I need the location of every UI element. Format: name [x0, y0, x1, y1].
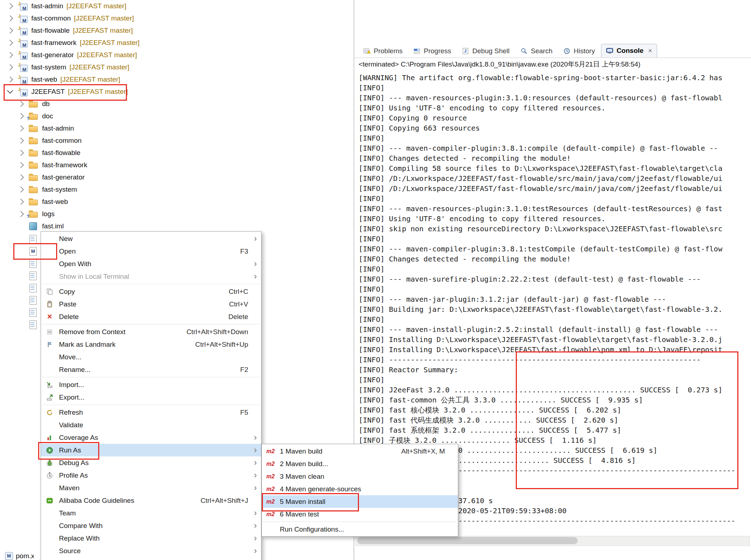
expand-chevron-icon[interactable] — [18, 199, 24, 205]
folder-icon — [29, 137, 38, 145]
tree-item-fast-iml-file[interactable]: fast.iml — [0, 220, 354, 232]
console-line: [INFO] Installing D:\Lxworkspace\J2EEFAS… — [359, 334, 751, 345]
menu-item-validate[interactable]: Validate — [41, 419, 261, 431]
expand-chevron-icon[interactable] — [18, 211, 24, 217]
tree-item-j2eefast-project[interactable]: JM J2EEFAST [J2EEFAST master] — [0, 86, 354, 98]
tree-item-logs-folder[interactable]: ? logs — [0, 208, 354, 220]
maven-project-icon: JM — [18, 2, 28, 11]
menu-item-alibaba-code-guidelines[interactable]: Alibaba Code GuidelinesCtrl+Alt+Shift+J — [41, 494, 261, 507]
maven-project-icon: JM — [18, 63, 28, 72]
expand-chevron-icon[interactable] — [18, 138, 24, 144]
tree-item-fast-framework-project[interactable]: JM fast-framework [J2EEFAST master] — [0, 37, 354, 49]
expand-chevron-icon[interactable] — [18, 113, 24, 119]
menu-item-import[interactable]: Import... — [41, 378, 261, 391]
expand-chevron-icon[interactable] — [7, 15, 13, 22]
tree-item-fast-flowable-project[interactable]: JM fast-flowable [J2EEFAST master] — [0, 24, 354, 37]
hidden-file-icon — [29, 296, 37, 305]
menu-item-profile-as[interactable]: Profile As — [41, 469, 261, 482]
tab-debug-shell[interactable]: J Debug Shell — [457, 45, 514, 58]
project-name: fast-framework — [31, 39, 77, 47]
menu-item-move[interactable]: Move... — [41, 351, 261, 363]
menu-item-debug-as[interactable]: Debug As — [41, 456, 261, 469]
menu-item-open-with[interactable]: Open With — [41, 258, 261, 270]
expand-chevron-icon[interactable] — [18, 174, 24, 181]
menu-item-remove-from-context[interactable]: Remove from ContextCtrl+Alt+Shift+Down — [41, 325, 261, 338]
tree-item-fast-generator-project[interactable]: JM fast-generator [J2EEFAST master] — [0, 49, 354, 61]
menu-item-paste[interactable]: PasteCtrl+V — [41, 298, 261, 310]
tree-item-fast-common-project[interactable]: JM fast-common [J2EEFAST master] — [0, 12, 354, 24]
menu-item-properties[interactable]: PropertiesAlt+Enter — [41, 557, 261, 560]
menu-item-replace-with[interactable]: Replace With — [41, 532, 261, 545]
collapse-chevron-icon[interactable] — [7, 88, 13, 94]
tree-item-fast-common-folder[interactable]: fast-common — [0, 135, 354, 147]
horizontal-scrollbar[interactable] — [355, 536, 750, 546]
console-line: [INFO] — [359, 284, 751, 294]
menu-item-copy[interactable]: CopyCtrl+C — [41, 285, 261, 298]
menu-item-show-in-local-terminal[interactable]: Show in Local Terminal — [41, 270, 261, 283]
tree-item-fast-admin-project[interactable]: JM fast-admin [J2EEFAST master] — [0, 0, 354, 12]
expand-chevron-icon[interactable] — [7, 52, 13, 58]
tab-history[interactable]: History — [559, 45, 600, 58]
pom-file-icon[interactable]: M — [29, 247, 37, 256]
tab-progress[interactable]: Progress — [409, 45, 456, 58]
folder-name: fast-admin — [42, 124, 74, 132]
expand-chevron-icon[interactable] — [7, 3, 13, 9]
expand-chevron-icon[interactable] — [18, 150, 24, 156]
menu-item-rename[interactable]: Rename...F2 — [41, 363, 261, 376]
folder-icon — [29, 174, 38, 181]
submenu-item-maven-test[interactable]: m26 Maven test — [262, 508, 458, 520]
folder-icon — [29, 161, 38, 169]
tree-item-fast-flowable-folder[interactable]: fast-flowable — [0, 147, 354, 159]
menu-item-mark-as-landmark[interactable]: Mark as LandmarkCtrl+Alt+Shift+Up — [41, 338, 261, 351]
tree-item-fast-system-folder[interactable]: fast-system — [0, 183, 354, 196]
refresh-icon — [46, 409, 53, 416]
tree-item-db-folder[interactable]: db — [0, 98, 354, 110]
tab-console[interactable]: Console × — [601, 44, 657, 58]
submenu-item-maven-clean[interactable]: m23 Maven clean — [262, 470, 458, 483]
tree-item-fast-system-project[interactable]: JM fast-system [J2EEFAST master] — [0, 61, 354, 73]
menu-item-open[interactable]: OpenF3 — [41, 245, 261, 258]
expand-chevron-icon[interactable] — [18, 101, 24, 107]
expand-chevron-icon[interactable] — [18, 187, 24, 193]
tree-item-fast-framework-folder[interactable]: fast-framework — [0, 159, 354, 171]
console-line: [INFO] fast-common 公共工具 3.3.0 ..........… — [359, 395, 751, 405]
submenu-item-maven-generate-sources[interactable]: m24 Maven generate-sources — [262, 483, 458, 495]
menu-item-export[interactable]: Export... — [41, 391, 261, 404]
menu-item-new[interactable]: New — [41, 232, 261, 245]
expand-chevron-icon[interactable] — [7, 28, 13, 34]
scrollbar-thumb[interactable] — [357, 537, 578, 544]
submenu-item-run-configurations[interactable]: Run Configurations... — [262, 523, 458, 536]
iml-file-icon — [29, 222, 37, 230]
close-tab-icon[interactable]: × — [648, 47, 652, 55]
expand-chevron-icon[interactable] — [7, 40, 13, 46]
menu-item-coverage-as[interactable]: Coverage As — [41, 431, 261, 444]
expand-chevron-icon[interactable] — [7, 64, 13, 70]
menu-item-team[interactable]: Team — [41, 507, 261, 519]
tree-item-pom-xml[interactable]: M pom.xml — [5, 552, 34, 560]
tree-item-fast-web-project[interactable]: JM fast-web [J2EEFAST master] — [0, 73, 354, 86]
menu-item-compare-with[interactable]: Compare With — [41, 519, 261, 532]
menu-item-source[interactable]: Source — [41, 545, 261, 557]
submenu-item-maven-install[interactable]: m25 Maven install — [262, 495, 458, 508]
submenu-item-maven-build-dots[interactable]: m22 Maven build... — [262, 457, 458, 470]
console-line: [INFO] — [359, 234, 751, 244]
expand-chevron-icon[interactable] — [18, 126, 24, 132]
tree-item-fast-generator-folder[interactable]: fast-generator — [0, 171, 354, 183]
tab-search[interactable]: Search — [516, 45, 557, 58]
tree-item-fast-web-folder[interactable]: fast-web — [0, 196, 354, 208]
submenu-item-maven-build[interactable]: m21 Maven buildAlt+Shift+X, M — [262, 445, 458, 457]
expand-chevron-icon[interactable] — [18, 162, 24, 168]
tree-item-doc-folder[interactable]: ? doc — [0, 110, 354, 122]
menu-item-run-as[interactable]: Run As — [41, 444, 261, 456]
tab-problems[interactable]: Problems — [359, 45, 407, 58]
maven-project-icon: JM — [18, 87, 28, 96]
svg-text:J: J — [464, 49, 467, 54]
menu-item-refresh[interactable]: RefreshF5 — [41, 406, 261, 419]
expand-chevron-icon[interactable] — [7, 77, 13, 83]
menu-item-maven[interactable]: Maven — [41, 482, 261, 494]
tree-item-fast-admin-folder[interactable]: fast-admin — [0, 122, 354, 135]
maven-project-icon: JM — [18, 14, 28, 23]
menu-item-delete[interactable]: × DeleteDelete — [41, 310, 261, 323]
console-line: [INFO] Building jar: D:\Lxworkspace\J2EE… — [359, 304, 751, 314]
console-line: [INFO] --- maven-install-plugin:2.5.2:in… — [359, 324, 751, 334]
